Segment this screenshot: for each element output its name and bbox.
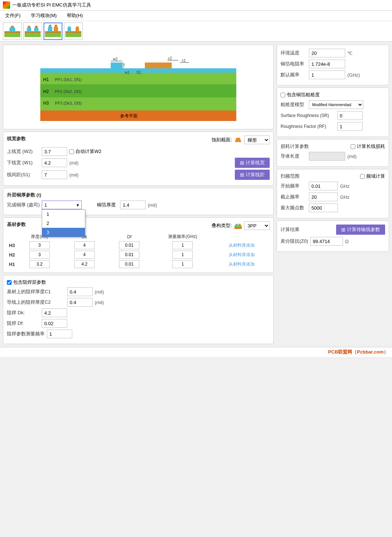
solder-dk-input[interactable] bbox=[42, 308, 67, 317]
rf-input[interactable] bbox=[337, 122, 363, 131]
app-title: 一板成功专栏SI PI EMC仿真学习工具 bbox=[12, 2, 91, 8]
copper-option-2[interactable]: 2 bbox=[42, 219, 85, 228]
left-panel: H3 PP3 (Dk3, Df3) H2 PP2 (Dk2, Df2) H1 P… bbox=[3, 45, 274, 344]
max-points-label: 最大频点数 bbox=[281, 205, 307, 211]
default-freq-input[interactable] bbox=[309, 70, 345, 79]
h2-dk[interactable] bbox=[74, 251, 95, 259]
solder-mask-checkbox[interactable] bbox=[7, 280, 12, 285]
svg-rect-57 bbox=[238, 224, 241, 226]
freq-domain-checkbox[interactable] bbox=[360, 174, 365, 179]
copper-option-3[interactable]: 3 bbox=[42, 228, 85, 237]
h1-freq[interactable] bbox=[172, 260, 193, 268]
h3-df[interactable] bbox=[119, 241, 139, 249]
svg-rect-5 bbox=[25, 32, 41, 37]
conductor-length-input[interactable] bbox=[309, 152, 345, 161]
svg-text:H3: H3 bbox=[43, 101, 49, 106]
main-content: H3 PP3 (Dk3, Df3) H2 PP2 (Dk2, Df2) H1 P… bbox=[0, 42, 392, 347]
h2-thickness[interactable] bbox=[29, 251, 50, 259]
w2-auto-checkbox[interactable] bbox=[69, 149, 74, 154]
default-freq-label: 默认频率 bbox=[281, 72, 307, 78]
h1-df[interactable] bbox=[119, 260, 139, 268]
c2-input[interactable] bbox=[67, 298, 93, 307]
copper-dropdown-trigger[interactable]: 1 ▾ bbox=[42, 201, 82, 209]
loss-group: 损耗计算参数 计算长线损耗 导体长度 (mil) bbox=[277, 139, 389, 167]
svg-rect-12 bbox=[35, 26, 37, 27]
pcb-diagram: H3 PP3 (Dk3, Df3) H2 PP2 (Dk2, Df2) H1 P… bbox=[3, 45, 274, 129]
w2-input[interactable] bbox=[42, 147, 67, 156]
h3-add-btn[interactable]: 从材料库添加 bbox=[229, 243, 255, 248]
copper-resistivity-label: 铜箔电阻率 bbox=[281, 61, 307, 67]
w2-auto-label[interactable]: 自动计算W2 bbox=[69, 148, 102, 155]
roughness-group: 包含铜箔粗糙度 粗糙度模型 Modified Hammerstad Surfac… bbox=[277, 88, 389, 137]
start-freq-input[interactable] bbox=[309, 182, 338, 190]
toolbar-btn-3[interactable] bbox=[44, 23, 62, 40]
substrate-row-h1: H1 从材料库添加 bbox=[7, 259, 270, 269]
svg-rect-20 bbox=[55, 25, 57, 26]
svg-text:参考平面: 参考平面 bbox=[120, 113, 138, 118]
right-panel: 环境温度 ℃ 铜箔电阻率 默认频率 (GHz) 包含铜箔粗糙度 bbox=[277, 45, 389, 344]
menu-learning[interactable]: 学习模块(M) bbox=[29, 11, 59, 20]
loss-checkbox-label[interactable]: 计算长线损耗 bbox=[351, 143, 385, 150]
c1-input[interactable] bbox=[67, 287, 93, 296]
h1-dk[interactable] bbox=[74, 260, 95, 268]
svg-rect-0 bbox=[4, 32, 20, 37]
h2-df[interactable] bbox=[119, 251, 139, 259]
w1-input[interactable] bbox=[42, 158, 67, 167]
svg-text:PP2 (Dk2, Df2): PP2 (Dk2, Df2) bbox=[55, 89, 82, 94]
toolbar-btn-4[interactable] bbox=[64, 23, 83, 40]
svg-rect-4 bbox=[11, 26, 13, 27]
svg-rect-13 bbox=[45, 32, 61, 37]
solder-freq-input[interactable] bbox=[47, 330, 72, 338]
s1-input[interactable] bbox=[42, 170, 67, 179]
max-points-input[interactable] bbox=[309, 203, 338, 212]
h2-freq[interactable] bbox=[172, 251, 193, 259]
h3-freq[interactable] bbox=[172, 241, 193, 249]
etching-select[interactable]: 梯形 bbox=[244, 136, 270, 144]
solder-mask-checkbox-label[interactable]: 包含阻焊层参数 bbox=[7, 279, 46, 286]
end-freq-input[interactable] bbox=[309, 193, 338, 201]
svg-rect-28 bbox=[40, 110, 236, 121]
default-freq-unit: (GHz) bbox=[347, 72, 360, 78]
h1-add-btn[interactable]: 从材料库添加 bbox=[229, 262, 255, 267]
h2-add-btn[interactable]: 从材料库添加 bbox=[229, 252, 255, 257]
calc-transmission-btn[interactable]: ⊞ 计算传输线参数 bbox=[336, 225, 385, 235]
roughness-model-select[interactable]: Modified Hammerstad bbox=[309, 100, 363, 109]
menu-file[interactable]: 文件(F) bbox=[3, 11, 23, 20]
svg-rect-58 bbox=[234, 227, 242, 229]
c1-label: 基材上的阻焊厚度C1 bbox=[7, 288, 65, 295]
solder-df-input[interactable] bbox=[42, 319, 67, 328]
menu-help[interactable]: 帮助(H) bbox=[65, 11, 85, 20]
w2-label: 上线宽 (W2) bbox=[7, 148, 40, 155]
sr-input[interactable] bbox=[337, 111, 363, 120]
structure-select[interactable]: 3PP bbox=[244, 221, 270, 230]
roughness-checkbox[interactable] bbox=[281, 93, 285, 97]
diff-impedance-input[interactable] bbox=[310, 237, 343, 246]
svg-marker-54 bbox=[235, 138, 241, 142]
c2-label: 导线上的阻焊厚度C2 bbox=[7, 299, 65, 306]
env-params-group: 环境温度 ℃ 铜箔电阻率 默认频率 (GHz) bbox=[277, 45, 389, 85]
solder-dk-label: 阻焊 Dk: bbox=[7, 310, 40, 316]
c1-unit: (mil) bbox=[95, 289, 104, 295]
copper-resistivity-input[interactable] bbox=[309, 60, 345, 68]
title-bar: 一板成功专栏SI PI EMC仿真学习工具 bbox=[0, 0, 392, 11]
h3-dk[interactable] bbox=[74, 241, 95, 249]
copper-foil-input[interactable] bbox=[120, 201, 146, 209]
env-temp-input[interactable] bbox=[309, 49, 345, 57]
svg-text:S1: S1 bbox=[136, 70, 141, 74]
h1-thickness[interactable] bbox=[29, 260, 50, 268]
svg-rect-25 bbox=[68, 27, 71, 28]
status-bar: PCB联盟网（Pcbbar.com） bbox=[0, 347, 392, 357]
toolbar-btn-1[interactable] bbox=[3, 23, 22, 40]
result-group: 计算结果 ⊞ 计算传输线参数 差分阻抗(Z0) Ω bbox=[277, 221, 389, 252]
svg-text:w1: w1 bbox=[124, 70, 130, 74]
conductor-length-unit: (mil) bbox=[347, 154, 356, 159]
calc-linewidth-btn[interactable]: ⊞ 计算线宽 bbox=[235, 158, 270, 168]
freq-domain-label[interactable]: 频域计算 bbox=[360, 173, 385, 179]
loss-checkbox[interactable] bbox=[351, 144, 355, 149]
roughness-checkbox-label[interactable]: 包含铜箔粗糙度 bbox=[281, 92, 320, 98]
col-freq: 测量频率(GHz) bbox=[152, 233, 213, 241]
calc-spacing-btn[interactable]: ⊞ 计算线距 bbox=[235, 170, 270, 180]
h3-thickness[interactable] bbox=[29, 241, 50, 249]
copper-option-1[interactable]: 1 bbox=[42, 210, 85, 219]
toolbar-btn-2[interactable] bbox=[23, 23, 42, 40]
